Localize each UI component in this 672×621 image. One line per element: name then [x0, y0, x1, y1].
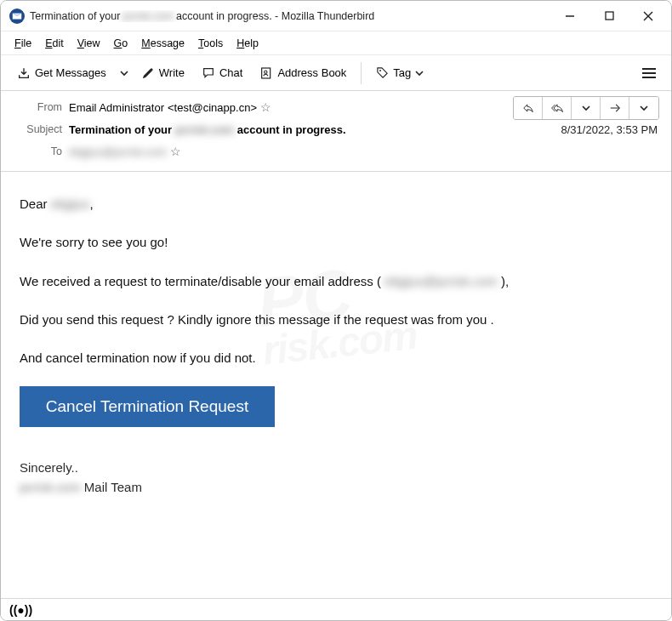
- from-label: From: [13, 101, 62, 113]
- window-title: Termination of your pcrisk.com account i…: [30, 10, 550, 22]
- toolbar: Get Messages Write Chat Address Book Tag: [1, 55, 671, 91]
- reply-toolbar: [513, 96, 659, 120]
- menu-message[interactable]: Message: [134, 34, 191, 53]
- reply-button[interactable]: [514, 97, 543, 119]
- forward-button[interactable]: [601, 97, 629, 119]
- download-icon: [17, 66, 31, 80]
- address-book-icon: [259, 66, 273, 80]
- app-menu-button[interactable]: [635, 63, 663, 83]
- from-value[interactable]: Email Administrator <test@cinapp.cn> ☆: [69, 100, 271, 114]
- app-icon: [9, 9, 25, 24]
- chat-button[interactable]: Chat: [194, 61, 250, 85]
- menu-go[interactable]: Go: [107, 34, 135, 53]
- cancel-termination-button[interactable]: Cancel Termination Request: [20, 386, 275, 427]
- toolbar-separator: [361, 62, 362, 84]
- star-icon[interactable]: ☆: [170, 145, 181, 158]
- get-messages-dropdown[interactable]: [116, 64, 133, 83]
- signature: Sincerely.. pcrisk.com Mail Team: [20, 458, 652, 498]
- tag-icon: [376, 66, 389, 79]
- write-button[interactable]: Write: [134, 61, 192, 84]
- svg-rect-1: [606, 12, 613, 20]
- menu-edit[interactable]: Edit: [38, 34, 71, 53]
- more-actions-dropdown[interactable]: [629, 97, 658, 119]
- subject-value: Termination of your pcrisk.com account i…: [69, 123, 346, 136]
- message-date: 8/31/2022, 3:53 PM: [561, 123, 658, 136]
- maximize-button[interactable]: [589, 3, 629, 30]
- get-messages-button[interactable]: Get Messages: [9, 61, 114, 85]
- pencil-icon: [142, 66, 155, 79]
- svg-point-6: [379, 70, 381, 71]
- activity-icon[interactable]: ((●)): [9, 603, 32, 617]
- tag-label: Tag: [393, 66, 411, 79]
- chevron-down-icon: [415, 69, 424, 77]
- close-button[interactable]: [629, 3, 668, 30]
- write-label: Write: [159, 66, 185, 79]
- reply-all-button[interactable]: [543, 97, 572, 119]
- star-icon[interactable]: ☆: [260, 100, 271, 114]
- chat-icon: [202, 66, 215, 80]
- reply-dropdown[interactable]: [572, 97, 601, 119]
- to-label: To: [13, 145, 62, 157]
- para-3: Did you send this request ? Kindly ignor…: [20, 310, 652, 329]
- message-body: Dear eligijus, We're sorry to see you go…: [1, 172, 671, 520]
- svg-point-5: [265, 71, 267, 73]
- get-messages-label: Get Messages: [35, 66, 106, 79]
- window-titlebar: Termination of your pcrisk.com account i…: [1, 1, 671, 31]
- address-book-label: Address Book: [277, 66, 346, 79]
- tag-button[interactable]: Tag: [368, 61, 431, 84]
- para-1: We're sorry to see you go!: [20, 232, 652, 252]
- subject-label: Subject: [13, 123, 62, 135]
- para-4: And cancel termination now if you did no…: [20, 348, 652, 367]
- message-header: From Email Administrator <test@cinapp.cn…: [1, 91, 671, 172]
- menu-file[interactable]: File: [8, 34, 38, 53]
- menu-view[interactable]: View: [71, 34, 107, 53]
- to-value[interactable]: eligijus@pcrisk.com ☆: [69, 145, 181, 158]
- minimize-button[interactable]: [550, 3, 589, 30]
- chat-label: Chat: [219, 66, 242, 79]
- address-book-button[interactable]: Address Book: [252, 61, 354, 85]
- menu-help[interactable]: Help: [230, 34, 265, 53]
- menubar: File Edit View Go Message Tools Help: [1, 31, 671, 55]
- para-2: We received a request to terminate/disab…: [20, 271, 652, 291]
- menu-tools[interactable]: Tools: [191, 34, 230, 53]
- greeting: Dear eligijus,: [20, 194, 652, 214]
- statusbar: ((●)): [1, 598, 671, 620]
